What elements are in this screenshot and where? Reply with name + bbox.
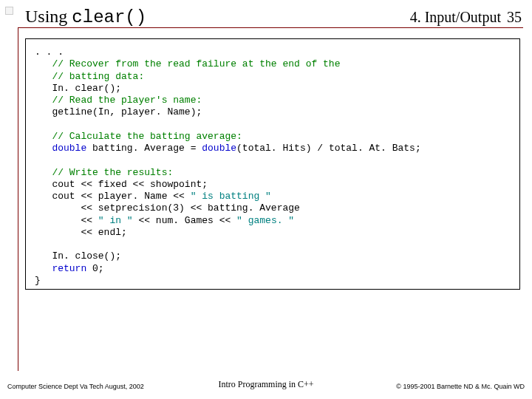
page-title: Using clear() xyxy=(25,7,146,27)
code-line: << setprecision(3) << batting. Average xyxy=(35,202,300,214)
code-string: " in " xyxy=(98,215,133,226)
code-text: cout << player. Name << xyxy=(35,191,191,202)
code-indent xyxy=(35,263,52,274)
code-text: batting. Average = xyxy=(86,143,202,154)
code-keyword: double xyxy=(202,143,236,154)
code-comment: // Write the results: xyxy=(52,167,173,178)
code-text: (total. Hits) / total. At. Bats; xyxy=(236,143,421,154)
chapter-text: 4. Input/Output xyxy=(410,9,501,25)
code-comment: // Read the player's name: xyxy=(52,95,202,106)
page-title-text: Using xyxy=(25,7,72,26)
code-indent xyxy=(35,58,52,69)
side-rule xyxy=(18,27,18,371)
page-title-mono: clear() xyxy=(72,7,146,27)
code-string: " is batting " xyxy=(191,191,271,202)
code-line: cout << fixed << showpoint; xyxy=(35,179,208,190)
code-indent xyxy=(35,71,52,82)
code-indent xyxy=(35,143,52,154)
code-comment: // batting data: xyxy=(52,71,144,82)
code-indent xyxy=(35,95,52,106)
code-line: << endl; xyxy=(35,227,127,238)
code-indent xyxy=(35,131,52,142)
footer-right: © 1995-2001 Barnette ND & Mc. Quain WD xyxy=(396,383,525,390)
code-keyword: double xyxy=(52,143,86,154)
code-line: In. close(); xyxy=(35,250,121,262)
corner-ornament-inner xyxy=(5,7,13,15)
code-line: . . . xyxy=(35,47,64,58)
footer-left: Computer Science Dept Va Tech August, 20… xyxy=(7,383,144,390)
footer: Computer Science Dept Va Tech August, 20… xyxy=(7,383,525,390)
page-number: 35 xyxy=(507,9,522,25)
corner-ornament xyxy=(2,4,21,22)
code-text: << num. Games << xyxy=(133,215,236,226)
code-string: " games. " xyxy=(236,215,294,226)
code-text: 0; xyxy=(86,263,103,274)
slide: Using clear() 4. Input/Output35 . . . //… xyxy=(0,0,532,399)
code-text: << xyxy=(35,215,98,226)
header: Using clear() 4. Input/Output35 xyxy=(25,4,522,30)
chapter-label: 4. Input/Output35 xyxy=(410,9,522,26)
code-indent xyxy=(35,167,52,178)
code-line: In. clear(); xyxy=(35,83,121,94)
code-keyword: return xyxy=(52,263,86,274)
code-line: getline(In, player. Name); xyxy=(35,106,202,117)
code-comment: // Recover from the read failure at the … xyxy=(52,58,340,69)
code-comment: // Calculate the batting average: xyxy=(52,131,242,142)
code-line: } xyxy=(35,275,41,286)
code-box: . . . // Recover from the read failure a… xyxy=(25,38,520,290)
